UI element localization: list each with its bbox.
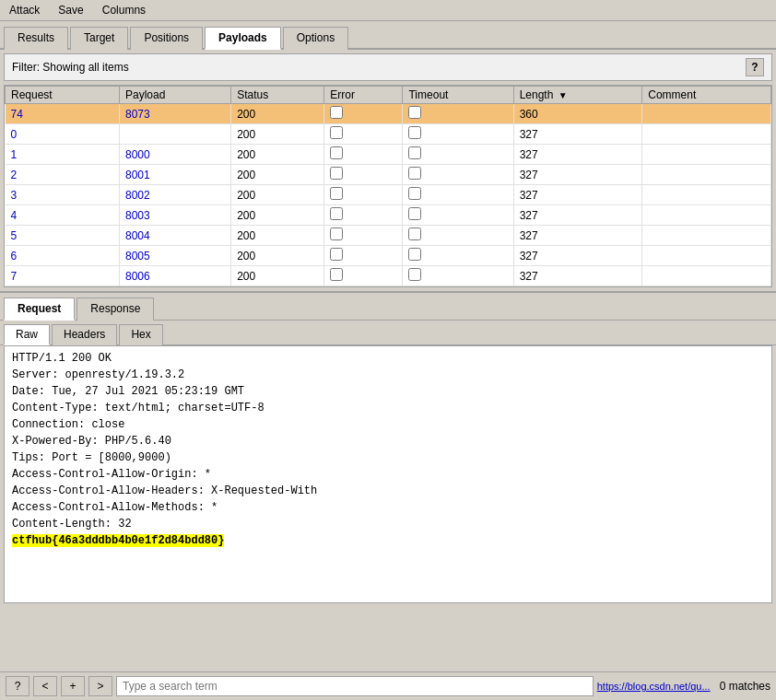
response-line: Date: Tue, 27 Jul 2021 05:23:19 GMT [12, 383, 764, 400]
menu-attack[interactable]: Attack [4, 2, 45, 18]
response-line: Content-Type: text/html; charset=UTF-8 [12, 400, 764, 416]
timeout-checkbox[interactable] [408, 167, 421, 180]
timeout-checkbox[interactable] [408, 268, 421, 281]
timeout-checkbox[interactable] [408, 126, 421, 139]
table-row[interactable]: 0200327 [6, 124, 771, 145]
col-error[interactable]: Error [324, 87, 403, 104]
timeout-checkbox[interactable] [408, 207, 421, 220]
error-checkbox[interactable] [330, 228, 343, 240]
response-content: HTTP/1.1 200 OKServer: openresty/1.19.3.… [4, 345, 772, 603]
table-row[interactable]: 28001200327 [6, 165, 771, 185]
table-row[interactable]: 78006200327 [6, 266, 771, 286]
results-table: Request Payload Status Error Timeout Len… [5, 86, 771, 287]
results-table-container: Request Payload Status Error Timeout Len… [4, 85, 772, 287]
tab-target[interactable]: Target [70, 27, 128, 50]
tab-options[interactable]: Options [283, 27, 348, 50]
next-button[interactable]: > [88, 676, 112, 696]
tab-request[interactable]: Request [4, 298, 75, 321]
col-payload[interactable]: Payload [120, 87, 231, 104]
inner-tab-headers[interactable]: Headers [52, 324, 117, 345]
table-row[interactable]: 58004200327 [6, 226, 771, 246]
matches-count: 0 matches [720, 680, 770, 693]
add-button[interactable]: + [61, 676, 85, 696]
response-line: Server: openresty/1.19.3.2 [12, 367, 764, 383]
error-checkbox[interactable] [330, 146, 343, 159]
main-tabs: Results Target Positions Payloads Option… [0, 21, 776, 50]
table-header-row: Request Payload Status Error Timeout Len… [6, 87, 771, 104]
error-checkbox[interactable] [330, 268, 343, 281]
response-line: Access-Control-Allow-Methods: * [12, 499, 764, 516]
response-line: Access-Control-Allow-Headers: X-Requeste… [12, 483, 764, 499]
inner-tab-hex[interactable]: Hex [119, 324, 162, 345]
table-row[interactable]: 18000200327 [6, 145, 771, 165]
response-line: Tips: Port = [8000,9000) [12, 449, 764, 466]
col-comment[interactable]: Comment [642, 87, 771, 104]
error-checkbox[interactable] [330, 248, 343, 261]
table-row[interactable]: 38002200327 [6, 185, 771, 205]
prev-button[interactable]: < [33, 676, 57, 696]
error-checkbox[interactable] [330, 207, 343, 220]
inner-tabs: Raw Headers Hex [0, 321, 776, 345]
response-line: HTTP/1.1 200 OK [12, 350, 764, 367]
tab-payloads[interactable]: Payloads [205, 27, 281, 50]
sort-arrow-icon: ▼ [558, 90, 568, 100]
tab-response[interactable]: Response [76, 298, 154, 321]
error-checkbox[interactable] [330, 167, 343, 180]
timeout-checkbox[interactable] [408, 187, 421, 200]
flag-highlight: ctfhub{46a3dddbb4b0e1f2d84bdd80} [12, 534, 224, 547]
response-line: Connection: close [12, 416, 764, 433]
filter-bar: Filter: Showing all items ? [4, 53, 772, 81]
response-tabs: Request Response [0, 291, 776, 321]
table-row[interactable]: 748073200360 [6, 104, 771, 124]
filter-help-button[interactable]: ? [746, 58, 764, 76]
table-row[interactable]: 88007200327 [6, 286, 771, 288]
timeout-checkbox[interactable] [408, 146, 421, 159]
url-link[interactable]: https://blog.csdn.net/qu... [597, 681, 711, 692]
menu-bar: Attack Save Columns [0, 0, 776, 21]
col-timeout[interactable]: Timeout [403, 87, 513, 104]
inner-tab-raw[interactable]: Raw [4, 324, 50, 345]
menu-columns[interactable]: Columns [97, 2, 151, 18]
error-checkbox[interactable] [330, 106, 343, 119]
response-line: ctfhub{46a3dddbb4b0e1f2d84bdd80} [12, 532, 764, 549]
response-line: X-Powered-By: PHP/5.6.40 [12, 433, 764, 449]
col-request[interactable]: Request [6, 87, 120, 104]
timeout-checkbox[interactable] [408, 228, 421, 240]
col-status[interactable]: Status [231, 87, 324, 104]
table-row[interactable]: 68005200327 [6, 246, 771, 266]
search-input[interactable] [116, 676, 594, 696]
help-button[interactable]: ? [6, 676, 29, 696]
bottom-toolbar: ? < + > https://blog.csdn.net/qu... 0 ma… [0, 671, 776, 700]
response-line: Access-Control-Allow-Origin: * [12, 466, 764, 483]
tab-results[interactable]: Results [4, 27, 68, 50]
table-row[interactable]: 48003200327 [6, 205, 771, 226]
col-length[interactable]: Length ▼ [513, 87, 642, 104]
timeout-checkbox[interactable] [408, 248, 421, 261]
error-checkbox[interactable] [330, 187, 343, 200]
tab-positions[interactable]: Positions [130, 27, 203, 50]
error-checkbox[interactable] [330, 126, 343, 139]
filter-text: Filter: Showing all items [12, 61, 129, 74]
menu-save[interactable]: Save [53, 2, 88, 18]
response-line: Content-Length: 32 [12, 516, 764, 532]
timeout-checkbox[interactable] [408, 106, 421, 119]
